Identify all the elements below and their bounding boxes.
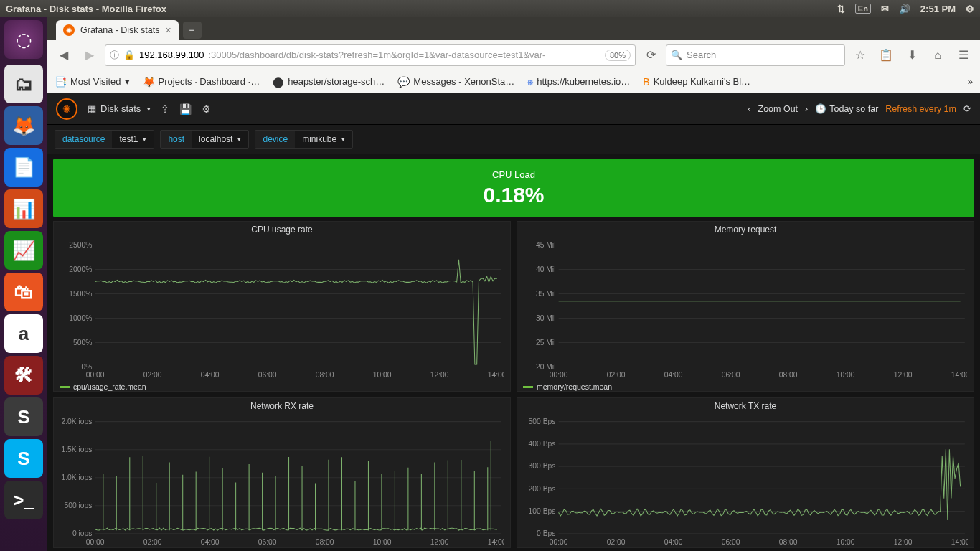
panel-legend: memory/request.mean <box>517 380 974 395</box>
svg-text:10:00: 10:00 <box>373 538 392 546</box>
svg-text:12:00: 12:00 <box>430 371 449 379</box>
svg-text:14:00: 14:00 <box>488 371 504 379</box>
svg-text:00:00: 00:00 <box>550 371 568 379</box>
variable-datasource[interactable]: datasourcetest1 ▾ <box>55 130 154 149</box>
share-icon[interactable]: ⇪ <box>161 103 169 115</box>
url-host: 192.168.99.100 <box>139 50 204 60</box>
variable-key: device <box>255 131 295 148</box>
svg-text:14:00: 14:00 <box>951 371 968 379</box>
svg-text:1500%: 1500% <box>69 290 92 298</box>
dash-button[interactable]: ◌ <box>4 20 43 59</box>
launcher-sublime[interactable]: S <box>4 397 43 436</box>
panel-title: Network TX rate <box>517 398 974 413</box>
grafana-top-bar: ✺ ▦ Disk stats ▾ ⇪ 💾 ⚙ ‹ Zoom Out › 🕒 To… <box>47 93 980 125</box>
cpu-load-label: CPU Load <box>492 169 535 180</box>
variable-key: host <box>161 131 192 148</box>
bookmark-item[interactable]: BKuldeep Kulkarni's Bl… <box>643 76 750 88</box>
tab-strip: ✺ Grafana - Disk stats × ＋ <box>47 17 980 40</box>
reload-button[interactable]: ⟳ <box>640 44 661 66</box>
bookmark-item[interactable]: ⬤heapster/storage-sch… <box>273 76 385 88</box>
tab-title: Grafana - Disk stats <box>80 25 159 35</box>
new-tab-button[interactable]: ＋ <box>183 22 202 39</box>
network-icon[interactable]: ⇅ <box>837 4 845 14</box>
svg-text:00:00: 00:00 <box>550 538 568 546</box>
launcher-writer[interactable]: 📄 <box>4 148 43 187</box>
cpu-load-panel[interactable]: CPU Load 0.18% <box>53 159 974 217</box>
bookmark-item[interactable]: 💬Messages - XenonSta… <box>397 76 514 88</box>
dashboard-title: Disk stats <box>100 103 141 114</box>
tab-close-icon[interactable]: × <box>165 24 171 36</box>
bookmark-item[interactable]: 📑Most Visited▾ <box>55 76 130 88</box>
svg-text:14:00: 14:00 <box>488 538 504 546</box>
os-top-bar: Grafana - Disk stats - Mozilla Firefox ⇅… <box>0 0 980 17</box>
refresh-icon[interactable]: ⟳ <box>963 103 971 114</box>
bookmark-item[interactable]: ⎈https://kubernetes.io… <box>527 76 630 88</box>
site-identity-icon[interactable]: ⓘ <box>110 49 119 62</box>
launcher-amazon[interactable]: a <box>4 314 43 353</box>
svg-text:14:00: 14:00 <box>951 538 968 546</box>
variable-host[interactable]: hostlocalhost ▾ <box>160 130 249 149</box>
bookmark-label: Projects · Dashboard ·… <box>159 76 260 87</box>
mail-icon[interactable]: ✉ <box>881 4 889 14</box>
svg-text:02:00: 02:00 <box>143 538 162 546</box>
back-button[interactable]: ◀ <box>53 44 75 66</box>
volume-icon[interactable]: 🔊 <box>899 4 910 14</box>
svg-text:04:00: 04:00 <box>664 371 683 379</box>
bookmark-icon: 💬 <box>397 76 410 88</box>
bookmark-star-icon[interactable]: ☆ <box>849 44 871 66</box>
refresh-interval[interactable]: Refresh every 1m <box>885 104 956 114</box>
system-indicators: ⇅ En ✉ 🔊 2:51 PM ⚙ <box>837 4 974 14</box>
launcher-settings[interactable]: 🛠 <box>4 356 43 395</box>
forward-button[interactable]: ▶ <box>79 44 100 66</box>
clock-icon: 🕒 <box>815 103 826 114</box>
launcher-files[interactable]: 🗂 <box>4 65 43 103</box>
menu-button[interactable]: ☰ <box>953 44 974 66</box>
clipboard-icon[interactable]: 📋 <box>875 44 897 66</box>
dashboard-picker[interactable]: ▦ Disk stats ▾ <box>88 103 151 114</box>
svg-text:02:00: 02:00 <box>607 371 626 379</box>
svg-text:500 iops: 500 iops <box>64 501 92 509</box>
launcher-calc[interactable]: 📈 <box>4 231 43 270</box>
grafana-logo-icon[interactable]: ✺ <box>56 98 77 120</box>
panel-network-tx[interactable]: Network TX rate 0 Bps100 Bps200 Bps300 B… <box>517 397 974 548</box>
save-icon[interactable]: 💾 <box>179 103 192 115</box>
url-bar[interactable]: ⓘ 🔒 192.168.99.100:30005/dashboard/db/di… <box>105 44 636 66</box>
svg-text:00:00: 00:00 <box>86 538 105 546</box>
keyboard-indicator[interactable]: En <box>855 4 871 14</box>
zoom-left-icon[interactable]: ‹ <box>748 104 750 114</box>
plot-area: 0 iops500 iops1.0K iops1.5K iops2.0K iop… <box>60 414 504 547</box>
launcher-software[interactable]: 🛍 <box>4 273 43 311</box>
unity-launcher: ◌ 🗂🦊📄📊📈🛍a🛠SS>_ <box>0 17 47 551</box>
bookmark-icon: ⬤ <box>273 76 284 88</box>
svg-text:04:00: 04:00 <box>664 538 683 546</box>
variable-device[interactable]: deviceminikube ▾ <box>255 130 353 149</box>
launcher-skype[interactable]: S <box>4 439 43 478</box>
svg-text:08:00: 08:00 <box>779 538 798 546</box>
time-range-button[interactable]: 🕒 Today so far <box>815 103 878 114</box>
downloads-icon[interactable]: ⬇ <box>901 44 923 66</box>
settings-icon[interactable]: ⚙ <box>202 103 211 115</box>
launcher-terminal[interactable]: >_ <box>4 481 43 519</box>
power-icon[interactable]: ⚙ <box>966 4 974 14</box>
panel-network-rx[interactable]: Network RX rate 0 iops500 iops1.0K iops1… <box>53 397 511 548</box>
browser-tab[interactable]: ✺ Grafana - Disk stats × <box>56 20 179 40</box>
zoom-right-icon[interactable]: › <box>805 104 808 114</box>
search-bar[interactable]: 🔍 Search <box>666 44 845 66</box>
svg-text:04:00: 04:00 <box>201 371 220 379</box>
clock[interactable]: 2:51 PM <box>920 4 956 14</box>
panel-memory-request[interactable]: Memory request 20 Mil25 Mil30 Mil35 Mil4… <box>517 221 974 392</box>
zoom-badge[interactable]: 80% <box>605 50 631 61</box>
firefox-window: ✺ Grafana - Disk stats × ＋ ◀ ▶ ⓘ 🔒 192.1… <box>47 17 980 551</box>
bookmarks-overflow-icon[interactable]: » <box>968 76 973 87</box>
svg-text:30 Mil: 30 Mil <box>536 314 556 322</box>
svg-text:2.0K iops: 2.0K iops <box>61 418 92 425</box>
svg-text:40 Mil: 40 Mil <box>536 265 556 273</box>
launcher-firefox[interactable]: 🦊 <box>4 106 43 145</box>
home-button[interactable]: ⌂ <box>927 44 948 66</box>
panel-cpu-usage[interactable]: CPU usage rate 0%500%1000%1500%2000%2500… <box>53 221 511 392</box>
zoom-out-button[interactable]: Zoom Out <box>758 104 798 114</box>
svg-text:04:00: 04:00 <box>201 538 220 546</box>
svg-text:12:00: 12:00 <box>430 538 449 546</box>
launcher-impress[interactable]: 📊 <box>4 189 43 228</box>
bookmark-item[interactable]: 🦊Projects · Dashboard ·… <box>143 76 260 88</box>
